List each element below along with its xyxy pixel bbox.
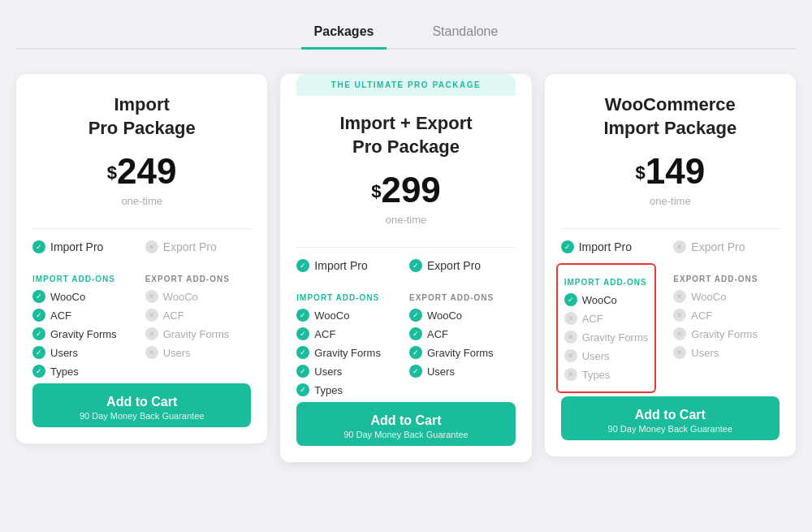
import-addon-label: ACF: [50, 309, 71, 322]
x-icon: ✕: [673, 309, 686, 322]
tab-packages[interactable]: Packages: [301, 16, 387, 50]
check-icon: ✓: [564, 293, 577, 306]
packages-wrapper: ImportPro Package $249 one-time✓Import P…: [16, 74, 796, 462]
top-feature-item: ✕Export Pro: [145, 240, 252, 253]
import-addon-label: Users: [582, 350, 610, 362]
check-icon: ✓: [296, 346, 309, 359]
import-addons-col: IMPORT ADD-ONS✓WooCo✓ACF✓Gravity Forms✓U…: [32, 266, 139, 383]
x-icon: ✕: [145, 327, 158, 340]
add-to-cart-button[interactable]: Add to Cart 90 Day Money Back Guarantee: [296, 402, 515, 446]
addons-section: IMPORT ADD-ONS✓WooCo✕ACF✕Gravity Forms✕U…: [561, 266, 780, 396]
import-addons-col: IMPORT ADD-ONS✓WooCo✓ACF✓Gravity Forms✓U…: [296, 285, 403, 402]
export-addon-label: Users: [691, 347, 719, 359]
export-addons-header: EXPORT ADD-ONS: [673, 275, 780, 283]
import-addon-item: ✓WooCo: [296, 309, 403, 322]
package-card-import-export-pro-package: THE ULTIMATE PRO PACKAGEImport + ExportP…: [280, 74, 531, 462]
export-addon-label: Gravity Forms: [427, 347, 494, 359]
import-addon-label: Users: [314, 365, 342, 378]
import-addon-label: Gravity Forms: [314, 347, 381, 359]
check-icon: ✓: [296, 365, 309, 378]
price-period: one-time: [561, 195, 780, 207]
import-addon-item: ✕ACF: [564, 312, 649, 325]
top-feature-item: ✓Export Pro: [409, 259, 516, 272]
import-addons-highlight: IMPORT ADD-ONS✓WooCo✕ACF✕Gravity Forms✕U…: [556, 263, 657, 393]
add-to-cart-label: Add to Cart: [41, 395, 243, 409]
price-dollar: $: [107, 162, 117, 183]
import-addon-item: ✓Types: [296, 383, 403, 396]
export-addon-label: Gravity Forms: [691, 328, 758, 340]
import-addon-label: ACF: [582, 313, 603, 325]
x-icon: ✕: [673, 327, 686, 340]
x-icon: ✕: [673, 290, 686, 303]
export-addon-label: ACF: [163, 309, 184, 322]
x-icon: ✕: [145, 290, 158, 303]
top-feature-label: Export Pro: [427, 259, 481, 272]
export-addon-item: ✓Users: [409, 365, 516, 378]
export-addon-item: ✕WooCo: [673, 290, 780, 303]
add-to-cart-label: Add to Cart: [304, 413, 507, 428]
check-icon: ✓: [32, 346, 45, 359]
check-icon: ✓: [409, 365, 422, 378]
check-icon: ✓: [409, 327, 422, 340]
export-addons-col: EXPORT ADD-ONS✕WooCo✕ACF✕Gravity Forms✕U…: [673, 266, 780, 396]
check-icon: ✓: [296, 259, 309, 272]
export-addon-item: ✕Gravity Forms: [673, 327, 780, 340]
add-to-cart-button[interactable]: Add to Cart 90 Day Money Back Guarantee: [561, 396, 780, 440]
price-row: $299: [296, 170, 515, 210]
check-icon: ✓: [32, 327, 45, 340]
price-period: one-time: [32, 195, 251, 207]
export-addons-col: EXPORT ADD-ONS✕WooCo✕ACF✕Gravity Forms✕U…: [145, 266, 252, 383]
add-to-cart-button[interactable]: Add to Cart 90 Day Money Back Guarantee: [32, 383, 251, 427]
money-back-label: 90 Day Money Back Guarantee: [41, 411, 243, 421]
import-addons-header: IMPORT ADD-ONS: [296, 293, 403, 302]
import-addon-label: WooCo: [582, 294, 617, 306]
export-addon-label: ACF: [691, 309, 712, 322]
import-addon-label: ACF: [314, 328, 335, 340]
export-addon-item: ✓Gravity Forms: [409, 346, 516, 359]
export-addon-item: ✕Users: [145, 346, 252, 359]
addons-section: IMPORT ADD-ONS✓WooCo✓ACF✓Gravity Forms✓U…: [32, 266, 251, 383]
export-addons-header: EXPORT ADD-ONS: [409, 293, 516, 302]
tab-standalone[interactable]: Standalone: [419, 16, 511, 50]
export-addon-item: ✕WooCo: [145, 290, 252, 303]
export-addon-label: Users: [427, 365, 455, 378]
price-dollar: $: [635, 162, 645, 183]
export-addon-label: WooCo: [427, 309, 462, 322]
check-icon: ✓: [409, 309, 422, 322]
money-back-label: 90 Day Money Back Guarantee: [304, 430, 507, 439]
top-features: ✓Import Pro✕Export Pro: [561, 240, 780, 258]
import-addon-label: WooCo: [314, 309, 349, 322]
import-addon-label: WooCo: [50, 291, 85, 303]
import-addon-label: Gravity Forms: [50, 328, 117, 340]
check-icon: ✓: [296, 327, 309, 340]
import-addon-item: ✓Gravity Forms: [32, 327, 139, 340]
top-feature-label: Import Pro: [50, 240, 103, 253]
x-icon: ✕: [564, 368, 577, 381]
export-addon-item: ✕ACF: [673, 309, 780, 322]
import-addon-item: ✓Users: [32, 346, 139, 359]
x-icon: ✕: [673, 240, 686, 253]
top-feature-label: Import Pro: [579, 240, 632, 253]
export-addons-col: EXPORT ADD-ONS✓WooCo✓ACF✓Gravity Forms✓U…: [409, 285, 516, 402]
money-back-label: 90 Day Money Back Guarantee: [569, 424, 771, 434]
top-feature-item: ✕Export Pro: [673, 240, 780, 253]
export-addon-label: Gravity Forms: [163, 328, 230, 340]
check-icon: ✓: [296, 309, 309, 322]
addons-section: IMPORT ADD-ONS✓WooCo✓ACF✓Gravity Forms✓U…: [296, 285, 515, 402]
price-amount: 149: [646, 151, 705, 191]
package-title: WooCommerceImport Package: [561, 93, 780, 140]
import-addon-item: ✓ACF: [296, 327, 403, 340]
export-addon-label: WooCo: [163, 291, 198, 303]
check-icon: ✓: [296, 383, 309, 396]
export-addon-item: ✕Users: [673, 346, 780, 359]
top-feature-item: ✓Import Pro: [561, 240, 667, 253]
package-card-woocommerce-import-package: WooCommerceImport Package $149 one-time✓…: [545, 74, 796, 456]
price-amount: 299: [381, 170, 440, 210]
tabs-container: Packages Standalone: [16, 16, 796, 50]
check-icon: ✓: [32, 309, 45, 322]
x-icon: ✕: [145, 240, 158, 253]
import-addons-header: IMPORT ADD-ONS: [564, 278, 649, 287]
x-icon: ✕: [564, 349, 577, 362]
import-addon-item: ✕Types: [564, 368, 649, 381]
price-amount: 249: [117, 151, 176, 191]
